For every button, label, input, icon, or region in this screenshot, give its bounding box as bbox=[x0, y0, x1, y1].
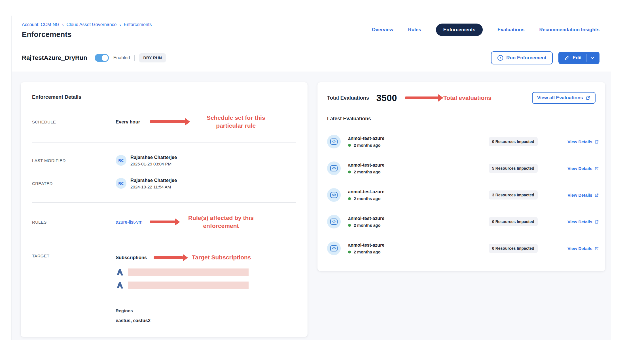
resources-impacted-badge: 0 Resources Impacted bbox=[489, 244, 538, 253]
play-circle-icon bbox=[497, 55, 503, 61]
breadcrumb-account[interactable]: Account: CCM-NG bbox=[22, 22, 59, 27]
evaluation-code-badge-icon: </> bbox=[327, 135, 341, 148]
page-title: Enforcements bbox=[22, 30, 152, 39]
evaluation-name: anmol-test-azure bbox=[348, 243, 481, 248]
evaluation-time: 2 months ago bbox=[354, 143, 380, 148]
view-all-evaluations-label: View all Evaluations bbox=[537, 95, 583, 101]
last-modified-timestamp: 2025-01-29 03:04 PM bbox=[130, 161, 177, 166]
evaluation-row: </> anmol-test-azure 2 months ago 0 Reso… bbox=[327, 215, 596, 228]
edit-split-button: Edit bbox=[558, 52, 599, 64]
external-link-icon bbox=[595, 193, 599, 197]
azure-logo-icon bbox=[116, 281, 124, 289]
code-glyph: </> bbox=[330, 245, 338, 251]
evaluation-name: anmol-test-azure bbox=[348, 136, 481, 141]
chevron-down-icon bbox=[590, 55, 595, 60]
external-link-icon bbox=[595, 246, 599, 251]
annotation-arrow bbox=[154, 254, 188, 261]
run-enforcement-label: Run Enforcement bbox=[506, 55, 546, 61]
evaluation-time: 2 months ago bbox=[354, 170, 380, 174]
resources-impacted-badge: 0 Resources Impacted bbox=[489, 217, 538, 226]
edit-label: Edit bbox=[573, 55, 582, 61]
view-details-label: View Details bbox=[567, 246, 592, 251]
rules-annotation: Rule(s) affected by this enforcement bbox=[184, 214, 258, 230]
view-all-evaluations-button[interactable]: View all Evaluations bbox=[532, 92, 596, 104]
evaluation-code-badge-icon: </> bbox=[327, 188, 341, 202]
regions-label: Regions bbox=[116, 308, 296, 313]
last-modified-label: LAST MODIFIED bbox=[32, 158, 116, 163]
enabled-toggle[interactable] bbox=[95, 54, 109, 62]
view-details-link[interactable]: View Details bbox=[567, 246, 599, 251]
enforcement-details-card: Enforcement Details SCHEDULE Every hour … bbox=[21, 82, 308, 337]
evaluation-row: </> anmol-test-azure 2 months ago 3 Reso… bbox=[327, 188, 596, 202]
tab-rules[interactable]: Rules bbox=[408, 27, 421, 33]
schedule-annotation: Schedule set for this particular rule bbox=[195, 114, 277, 130]
breadcrumb-cloud-asset-governance[interactable]: Cloud Asset Governance bbox=[66, 22, 116, 27]
edit-button[interactable]: Edit bbox=[558, 52, 586, 64]
divider bbox=[32, 142, 296, 143]
evaluation-name: anmol-test-azure bbox=[348, 216, 481, 221]
dry-run-badge: DRY RUN bbox=[139, 53, 166, 62]
external-link-icon bbox=[586, 96, 590, 100]
external-link-icon bbox=[595, 220, 599, 224]
target-label: TARGET bbox=[32, 253, 116, 258]
external-link-icon bbox=[595, 166, 599, 171]
view-details-link[interactable]: View Details bbox=[567, 166, 599, 171]
edit-dropdown-button[interactable] bbox=[586, 52, 599, 64]
view-details-link[interactable]: View Details bbox=[567, 193, 599, 198]
evaluation-row: </> anmol-test-azure 2 months ago 5 Reso… bbox=[327, 161, 596, 175]
rule-link[interactable]: azure-list-vm bbox=[116, 219, 142, 225]
breadcrumb-separator: › bbox=[119, 22, 121, 27]
view-details-label: View Details bbox=[567, 166, 592, 171]
azure-logo-icon bbox=[116, 268, 124, 276]
resources-impacted-badge: 0 Resources Impacted bbox=[489, 137, 538, 146]
evaluation-name: anmol-test-azure bbox=[348, 189, 481, 194]
view-details-label: View Details bbox=[567, 139, 592, 144]
evaluation-code-badge-icon: </> bbox=[327, 215, 341, 228]
view-details-link[interactable]: View Details bbox=[567, 219, 599, 224]
code-glyph: </> bbox=[330, 219, 338, 225]
avatar: RC bbox=[116, 155, 126, 166]
last-modified-name: Rajarshee Chatterjee bbox=[130, 155, 177, 160]
evaluation-code-badge-icon: </> bbox=[327, 242, 341, 255]
view-details-link[interactable]: View Details bbox=[567, 139, 599, 144]
evaluation-name: anmol-test-azure bbox=[348, 163, 481, 168]
created-name: Rajarshee Chatterjee bbox=[130, 178, 177, 183]
created-label: CREATED bbox=[32, 181, 116, 186]
tab-overview[interactable]: Overview bbox=[372, 27, 393, 33]
enforcement-toolbar: RajTestAzure_DryRun Enabled DRY RUN Run … bbox=[12, 44, 611, 72]
vertical-divider bbox=[134, 55, 135, 61]
latest-evaluations-label: Latest Evaluations bbox=[327, 116, 596, 122]
regions-value: eastus, eastus2 bbox=[116, 318, 296, 323]
status-dot bbox=[348, 171, 351, 173]
subscription-row bbox=[116, 281, 296, 289]
top-nav: Overview Rules Enforcements Evaluations … bbox=[372, 24, 599, 36]
evaluation-time: 2 months ago bbox=[354, 223, 380, 228]
schedule-value: Every hour bbox=[116, 119, 140, 125]
annotation-arrow bbox=[405, 94, 443, 102]
created-timestamp: 2024-10-22 11:54 AM bbox=[130, 184, 177, 189]
resources-impacted-badge: 3 Resources Impacted bbox=[489, 190, 538, 200]
run-enforcement-button[interactable]: Run Enforcement bbox=[491, 51, 553, 64]
code-glyph: </> bbox=[330, 165, 338, 171]
tab-enforcements[interactable]: Enforcements bbox=[436, 24, 483, 36]
page-header: Account: CCM-NG › Cloud Asset Governance… bbox=[12, 16, 611, 44]
status-dot bbox=[348, 224, 351, 227]
view-details-label: View Details bbox=[567, 219, 592, 224]
rules-label: RULES bbox=[32, 220, 116, 224]
status-dot bbox=[348, 144, 351, 147]
code-glyph: </> bbox=[330, 138, 338, 145]
tab-evaluations[interactable]: Evaluations bbox=[497, 27, 524, 33]
breadcrumb-enforcements[interactable]: Enforcements bbox=[124, 22, 152, 27]
breadcrumb: Account: CCM-NG › Cloud Asset Governance… bbox=[22, 22, 152, 27]
details-card-title: Enforcement Details bbox=[32, 94, 296, 100]
total-evaluations-label: Total Evaluations bbox=[327, 95, 369, 101]
evaluation-row: </> anmol-test-azure 2 months ago 0 Reso… bbox=[327, 135, 596, 148]
divider bbox=[32, 202, 296, 203]
annotation-arrow bbox=[150, 218, 180, 226]
tab-recommendation-insights[interactable]: Recommendation Insights bbox=[539, 27, 599, 33]
last-modified-person: RC Rajarshee Chatterjee 2025-01-29 03:04… bbox=[116, 155, 296, 166]
pencil-icon bbox=[564, 55, 570, 61]
total-evaluations-value: 3500 bbox=[376, 93, 397, 103]
code-glyph: </> bbox=[330, 192, 338, 198]
status-dot bbox=[348, 197, 351, 200]
